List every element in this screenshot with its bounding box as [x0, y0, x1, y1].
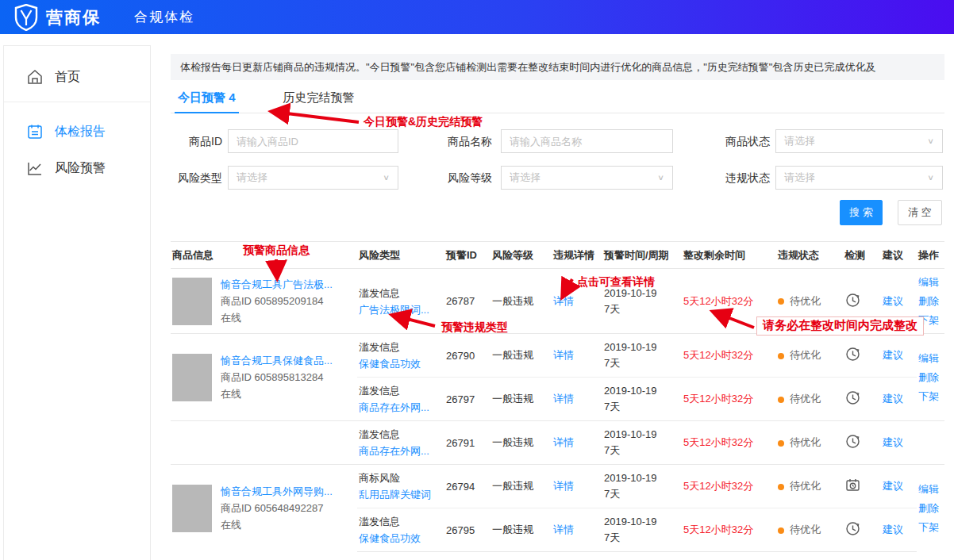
edit-link[interactable]: 编辑	[918, 481, 943, 497]
risk-category: 商标风险	[359, 470, 443, 486]
home-icon	[26, 68, 44, 86]
product-thumbnail	[172, 278, 212, 325]
col-risk-type: 风险类型	[357, 242, 444, 269]
detail-link[interactable]: 详情	[553, 349, 574, 361]
sidebar-item-report[interactable]: 体检报告	[4, 113, 150, 150]
clock-icon[interactable]	[844, 292, 861, 309]
annotation-tabs: 今日预警&历史完结预警	[364, 115, 483, 129]
select-placeholder: 请选择	[237, 171, 267, 185]
clock-icon[interactable]	[844, 520, 861, 537]
suggestion-link[interactable]: 建议	[883, 393, 903, 405]
select-placeholder: 请选择	[784, 171, 815, 185]
violation-status-select[interactable]: 请选择 ∨	[775, 166, 943, 190]
app-header: 营商保 合规体检	[0, 0, 954, 34]
sidebar-item-label: 首页	[55, 69, 80, 86]
alert-cycle: 7天	[604, 530, 680, 546]
chevron-down-icon: ∨	[927, 136, 934, 145]
annotation-remaining-time: 请务必在整改时间内完成整改	[756, 316, 924, 336]
col-alert-time: 预警时间/周期	[602, 242, 682, 269]
product-id: 商品ID 605895813284	[221, 369, 333, 385]
edit-link[interactable]: 编辑	[918, 351, 943, 366]
suggestion-link[interactable]: 建议	[883, 436, 903, 448]
risk-type-select[interactable]: 请选择 ∨	[228, 166, 398, 190]
product-title-link[interactable]: 愉音合规工具广告法极...	[221, 276, 333, 293]
tab-label: 历史完结预警	[283, 90, 355, 104]
tab-count-badge: 4	[229, 90, 235, 104]
col-violation-detail: 违规详情	[552, 242, 602, 269]
col-check: 检测	[843, 242, 881, 269]
detail-link[interactable]: 详情	[553, 524, 574, 535]
detail-link[interactable]: 详情	[553, 480, 574, 492]
remaining-time: 5天12小时32分	[683, 295, 753, 307]
product-title-link[interactable]: 愉音合规工具保健食品...	[221, 352, 333, 369]
product-status-select[interactable]: 请选择 ∨	[775, 129, 943, 153]
takedown-link[interactable]: 下架	[918, 520, 943, 535]
risk-category: 滥发信息	[359, 285, 443, 301]
col-risk-level: 风险等级	[490, 242, 552, 269]
clear-button[interactable]: 清 空	[898, 200, 942, 225]
table-row: 滥发信息 商品存在外网... 26791 一般违规 详情 2019-10-19 …	[171, 421, 944, 465]
risk-detail-link[interactable]: 保健食品功效	[359, 530, 443, 547]
action-links: 编辑 删除 下架	[918, 351, 943, 405]
risk-detail-link[interactable]: 广告法极限词...	[359, 301, 443, 318]
alert-date: 2019-10-19	[604, 339, 680, 355]
sidebar-item-risk[interactable]: 风险预警	[4, 150, 150, 186]
col-alert-id: 预警ID	[444, 242, 490, 269]
annotation-detail: 点击可查看详情	[577, 275, 655, 290]
status-text: 待优化	[790, 393, 821, 405]
clock-icon[interactable]	[844, 389, 861, 406]
filter-label-product-status: 商品状态	[714, 129, 770, 153]
sidebar-item-home[interactable]: 首页	[4, 59, 150, 95]
tab-today-alerts[interactable]: 今日预警 4	[175, 86, 239, 113]
tab-history-alerts[interactable]: 历史完结预警	[280, 86, 358, 113]
risk-level: 一般违规	[490, 334, 552, 378]
delete-link[interactable]: 删除	[918, 293, 943, 309]
product-name-input[interactable]	[501, 129, 673, 153]
table-row: 愉音合规工具外网导购... 商品ID 605648492287 在线 商标风险 …	[171, 465, 944, 508]
clock-icon[interactable]	[844, 346, 861, 362]
alert-date: 2019-10-19	[604, 427, 680, 443]
product-title-link[interactable]: 愉音合规工具外网导购...	[221, 483, 333, 500]
alert-id: 26797	[444, 378, 490, 421]
product-cell: 愉音合规工具外网导购... 商品ID 605648492287 在线	[172, 483, 356, 533]
product-thumbnail	[172, 354, 212, 401]
calendar-clock-icon[interactable]	[844, 477, 861, 493]
risk-level: 一般违规	[490, 378, 552, 421]
delete-link[interactable]: 删除	[918, 501, 943, 516]
detail-link[interactable]: 详情	[553, 295, 574, 307]
status-text: 待优化	[790, 436, 821, 448]
product-thumbnail	[172, 485, 212, 532]
edit-link[interactable]: 编辑	[918, 274, 943, 290]
risk-detail-link[interactable]: 乱用品牌关键词	[359, 486, 443, 503]
status-dot	[778, 298, 784, 305]
risk-level-select[interactable]: 请选择 ∨	[501, 166, 673, 190]
detail-link[interactable]: 详情	[553, 436, 574, 448]
risk-detail-link[interactable]: 商品存在外网...	[359, 443, 443, 459]
filter-label-product-name: 商品名称	[437, 129, 492, 153]
search-button[interactable]: 搜 索	[840, 200, 883, 225]
clock-icon[interactable]	[844, 433, 861, 450]
product-id: 商品ID 605895209184	[221, 293, 333, 309]
risk-detail-link[interactable]: 商品存在外网...	[359, 399, 443, 416]
product-status: 在线	[221, 309, 333, 326]
detail-link[interactable]: 详情	[553, 393, 574, 405]
suggestion-link[interactable]: 建议	[883, 295, 903, 307]
product-status: 在线	[221, 516, 333, 533]
product-id-input[interactable]	[228, 129, 398, 153]
suggestion-link[interactable]: 建议	[883, 349, 903, 361]
sidebar-item-label: 体检报告	[55, 124, 106, 140]
risk-category: 滥发信息	[359, 426, 443, 443]
product-cell: 愉音合规工具保健食品... 商品ID 605895813284 在线	[172, 352, 356, 402]
select-placeholder: 请选择	[510, 171, 540, 185]
remaining-time: 5天12小时32分	[683, 524, 753, 535]
risk-detail-link[interactable]: 保健食品功效	[359, 355, 443, 372]
delete-link[interactable]: 删除	[918, 370, 943, 385]
alert-id: 26795	[444, 508, 490, 552]
suggestion-link[interactable]: 建议	[883, 524, 903, 535]
product-status: 在线	[221, 385, 333, 402]
chevron-down-icon: ∨	[383, 173, 390, 182]
risk-level: 一般违规	[490, 508, 552, 552]
alert-id: 26791	[444, 421, 490, 465]
suggestion-link[interactable]: 建议	[883, 480, 903, 492]
takedown-link[interactable]: 下架	[918, 389, 943, 405]
